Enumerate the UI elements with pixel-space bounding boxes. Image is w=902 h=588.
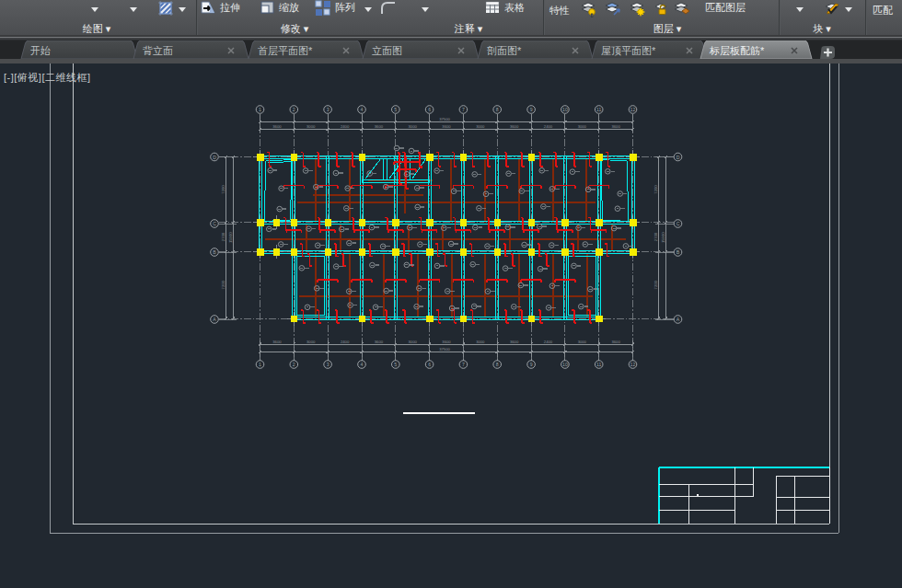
- svg-text:3600: 3600: [442, 340, 451, 344]
- svg-text:3600: 3600: [375, 340, 384, 344]
- svg-text:B: B: [213, 249, 216, 255]
- svg-text:3: 3: [327, 362, 330, 367]
- svg-text:5: 5: [394, 107, 397, 112]
- svg-text:屋顶平面图*: 屋顶平面图*: [601, 45, 656, 56]
- svg-text:6: 6: [428, 107, 431, 112]
- svg-text:3600: 3600: [510, 124, 519, 129]
- svg-text:7200: 7200: [653, 280, 658, 289]
- svg-text:6: 6: [428, 362, 431, 367]
- svg-text:3000: 3000: [578, 124, 587, 129]
- svg-text:11: 11: [596, 362, 601, 367]
- svg-text:3000: 3000: [476, 340, 485, 344]
- svg-text:37500: 37500: [439, 117, 450, 121]
- svg-text:12: 12: [630, 107, 636, 112]
- svg-text:2700: 2700: [653, 232, 658, 241]
- svg-text:3600: 3600: [611, 340, 620, 344]
- svg-text:C: C: [213, 221, 216, 226]
- svg-text:11: 11: [596, 107, 601, 112]
- svg-text:2400: 2400: [341, 340, 350, 344]
- svg-text:5: 5: [394, 362, 397, 367]
- svg-text:2400: 2400: [544, 340, 553, 344]
- svg-text:3600: 3600: [510, 340, 519, 344]
- svg-text:8: 8: [496, 362, 499, 367]
- svg-text:15900: 15900: [661, 232, 665, 243]
- svg-text:首层平面图*: 首层平面图*: [258, 45, 313, 56]
- svg-text:3000: 3000: [578, 340, 587, 344]
- svg-text:2: 2: [293, 107, 295, 112]
- svg-text:9: 9: [530, 362, 533, 367]
- svg-text:2400: 2400: [544, 124, 553, 129]
- svg-text:剖面图*: 剖面图*: [487, 45, 522, 56]
- svg-text:3600: 3600: [272, 124, 282, 129]
- svg-text:开始: 开始: [30, 45, 51, 56]
- svg-text:3000: 3000: [306, 124, 316, 129]
- svg-text:3600: 3600: [611, 124, 620, 129]
- svg-text:B: B: [676, 249, 680, 255]
- svg-text:8: 8: [496, 107, 499, 112]
- svg-text:A: A: [213, 317, 216, 322]
- svg-text:9: 9: [530, 107, 533, 112]
- svg-text:3600: 3600: [442, 124, 451, 129]
- svg-text:2400: 2400: [341, 124, 350, 129]
- svg-text:3600: 3600: [272, 340, 282, 344]
- svg-text:D: D: [676, 155, 680, 160]
- svg-text:3000: 3000: [476, 124, 485, 129]
- svg-text:4: 4: [361, 107, 364, 112]
- svg-text:C: C: [676, 221, 680, 226]
- svg-text:10: 10: [562, 362, 568, 367]
- svg-text:A: A: [676, 317, 680, 322]
- svg-text:15900: 15900: [228, 232, 233, 243]
- svg-text:3: 3: [327, 107, 330, 112]
- svg-text:12: 12: [630, 362, 636, 367]
- svg-text:立面图: 立面图: [372, 45, 402, 56]
- svg-text:3000: 3000: [306, 340, 316, 344]
- svg-text:3000: 3000: [409, 340, 418, 344]
- svg-text:7200: 7200: [653, 185, 658, 194]
- svg-text:1: 1: [259, 362, 261, 367]
- svg-text:标层板配筋*: 标层板配筋*: [709, 45, 765, 56]
- svg-text:2700: 2700: [221, 232, 226, 241]
- svg-text:D: D: [213, 155, 216, 160]
- svg-text:7: 7: [462, 362, 465, 367]
- svg-text:7200: 7200: [221, 185, 226, 194]
- svg-text:7200: 7200: [221, 280, 226, 289]
- svg-text:4: 4: [361, 362, 364, 367]
- svg-text:背立面: 背立面: [143, 45, 173, 56]
- svg-text:3000: 3000: [409, 124, 418, 129]
- svg-text:37500: 37500: [439, 347, 450, 352]
- svg-text:2: 2: [293, 362, 295, 367]
- svg-text:3600: 3600: [375, 124, 384, 129]
- svg-text:10: 10: [562, 107, 568, 112]
- svg-text:7: 7: [462, 107, 465, 112]
- svg-text:1: 1: [259, 107, 261, 112]
